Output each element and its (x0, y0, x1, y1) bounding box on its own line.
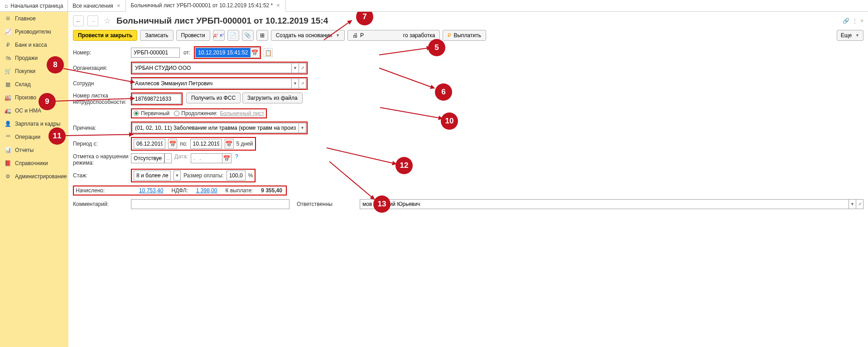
callout-12: 12 (395, 157, 413, 174)
experience-label: Стаж: (73, 172, 131, 179)
tab-sick-leave[interactable]: Больничный лист УРБП-000001 от 10.12.201… (126, 0, 285, 12)
period-from-input[interactable] (134, 139, 165, 149)
radio-primary[interactable]: Первичный (134, 110, 169, 117)
create-based-button[interactable]: Создать на основании▼ (271, 30, 345, 41)
tab-home[interactable]: ⌂ Начальная страница (0, 0, 68, 12)
tab-label: Начальная страница (10, 3, 63, 9)
topay-value: 9 355,40 (261, 187, 282, 194)
save-button[interactable]: Записать (140, 30, 173, 41)
window-close-icon[interactable]: × (860, 18, 863, 24)
sidebar-item-manager[interactable]: 📈Руководителю (0, 25, 68, 38)
responsible-label: Ответственны (297, 201, 333, 207)
radio-icon (174, 111, 179, 116)
sidebar-item-warehouse[interactable]: ▦Склад (0, 78, 68, 91)
calendar-icon[interactable]: 📅 (168, 139, 177, 149)
number-input[interactable] (131, 48, 180, 58)
sidebar-item-label: Главное (15, 15, 36, 22)
user-icon: 👤 (5, 120, 11, 127)
dropdown-icon[interactable]: ▼ (849, 199, 856, 209)
violation-date-label: Дата: (174, 153, 188, 160)
load-file-button[interactable]: Загрузить из файла (242, 93, 303, 103)
print-icon: 🖨 (352, 32, 358, 39)
sidebar-item-label: Склад (15, 81, 31, 88)
help-icon[interactable]: ? (235, 153, 238, 160)
sidebar-item-directories[interactable]: 📕Справочники (0, 156, 68, 170)
dropdown-icon[interactable]: ▼ (292, 78, 299, 88)
favorite-button[interactable]: ☆ (102, 15, 113, 26)
payout-button[interactable]: ₽Выплатить (443, 30, 486, 41)
reason-input[interactable] (132, 123, 299, 133)
date-input[interactable] (195, 48, 251, 58)
ruble-icon: ₽ (448, 32, 451, 39)
page-title: Больничный лист УРБП-000001 от 10.12.201… (116, 16, 328, 26)
book-icon: 📕 (5, 160, 11, 166)
bag-icon: 🛍 (5, 54, 11, 61)
period-days: 5 дней (236, 141, 253, 147)
violation-label: Отметка о нарушении режима: (73, 153, 131, 166)
sidebar-item-bank[interactable]: ₽Банк и касса (0, 38, 68, 51)
experience-input[interactable] (134, 171, 171, 181)
dropdown-icon[interactable]: ▼ (292, 63, 299, 73)
dtkt-button[interactable]: ДᵀКᵀ (213, 30, 225, 41)
pay-rate-input[interactable] (227, 171, 246, 181)
date-label: от: (183, 49, 190, 56)
sidebar-item-label: ОС и НМА (15, 108, 41, 114)
post-close-button[interactable]: Провести и закрыть (73, 30, 137, 41)
org-input[interactable] (132, 63, 292, 73)
structure-button[interactable]: ⊞ (256, 30, 268, 41)
menu-icon: ≡ (5, 15, 11, 22)
sidebar-item-assets[interactable]: 🚛ОС и НМА (0, 104, 68, 117)
post-button[interactable]: Провести (176, 30, 210, 41)
sidebar-item-admin[interactable]: ⚙Администрирование (0, 170, 68, 183)
get-fss-button[interactable]: Получить из ФСС (186, 93, 241, 103)
tab-label: Больничный лист УРБП-000001 от 10.12.201… (130, 2, 273, 9)
comment-input[interactable] (131, 199, 289, 209)
comment-label: Комментарий: (73, 201, 131, 207)
dropdown-icon[interactable]: ▼ (299, 123, 306, 133)
sidebar-item-main[interactable]: ≡Главное (0, 12, 68, 25)
calendar-icon[interactable]: 📅 (222, 153, 231, 163)
more-button[interactable]: Еще▼ (837, 30, 863, 41)
ndfl-value[interactable]: 1 398,00 (196, 187, 217, 194)
attach-button[interactable]: 📎 (242, 30, 254, 41)
ellipsis-icon[interactable]: … (164, 153, 172, 163)
radio-continuation[interactable]: Продолжение: (174, 110, 217, 117)
sheet-num-input[interactable] (132, 94, 181, 104)
calendar-icon[interactable]: 📅 (251, 48, 260, 58)
sidebar-item-label: Покупки (15, 68, 35, 74)
open-icon[interactable]: ↗ (299, 63, 306, 73)
gear-icon: ⚙ (5, 173, 11, 180)
dropdown-icon[interactable]: ▼ (174, 171, 181, 181)
callout-11: 11 (48, 127, 66, 145)
violation-input[interactable] (131, 153, 164, 163)
open-icon[interactable]: ↗ (856, 199, 863, 209)
period-to-input[interactable] (190, 139, 222, 149)
accrued-value[interactable]: 10 753,40 (139, 187, 163, 194)
callout-13: 13 (373, 195, 391, 213)
callout-5: 5 (428, 39, 445, 56)
close-icon[interactable]: × (116, 2, 121, 9)
ndfl-label: НДФЛ: (171, 187, 188, 194)
close-icon[interactable]: × (275, 2, 281, 9)
callout-8: 8 (47, 56, 64, 73)
sidebar-item-label: Администрирование (15, 173, 67, 180)
sidebar-item-production[interactable]: 🏭Произво (0, 91, 68, 104)
more-icon[interactable]: ⋮ (852, 18, 858, 24)
grid-icon: ▦ (5, 81, 11, 88)
back-button[interactable]: ← (73, 15, 84, 26)
responsible-input[interactable] (360, 199, 849, 209)
print-earnings-button[interactable]: 🖨Р го заработка (347, 30, 440, 41)
forward-button[interactable]: → (87, 15, 98, 26)
open-icon[interactable]: ↗ (299, 78, 306, 88)
sidebar-item-label: Отчеты (15, 147, 34, 153)
violation-date-input[interactable] (191, 153, 222, 163)
truck-icon: 🚛 (5, 107, 11, 114)
employee-input[interactable] (132, 78, 292, 88)
tab-accruals[interactable]: Все начисления × (68, 0, 126, 12)
journal-icon[interactable]: 📋 (264, 48, 273, 57)
link-icon[interactable]: 🔗 (843, 18, 849, 24)
document-button[interactable]: 📄 (227, 30, 239, 41)
sidebar-item-reports[interactable]: 📊Отчеты (0, 143, 68, 156)
calendar-icon[interactable]: 📅 (225, 139, 234, 149)
pay-rate-unit: % (248, 172, 253, 179)
